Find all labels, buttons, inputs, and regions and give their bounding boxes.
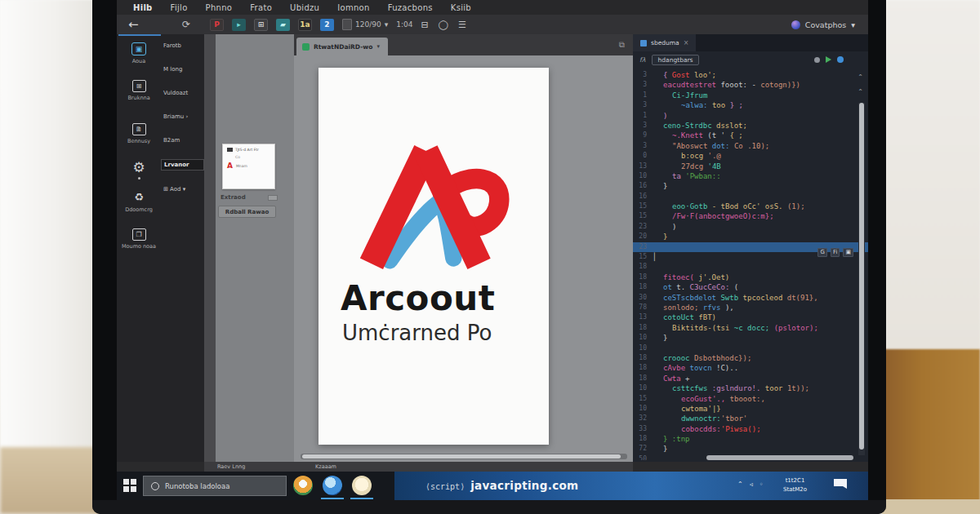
- sidebar-menu-item-4[interactable]: B2am: [161, 135, 204, 145]
- code-line[interactable]: 1Ci-Jfrum: [633, 91, 868, 100]
- menu-item-0[interactable]: Hilb: [133, 3, 153, 12]
- code-line[interactable]: 32dwwnoctr:'tbor': [633, 414, 868, 423]
- document-tab[interactable]: RtwatNDaiRD-wo ▾: [296, 38, 388, 55]
- code-line[interactable]: 23): [633, 222, 868, 232]
- grid-view-icon[interactable]: ⊞: [254, 19, 268, 31]
- code-vertical-scrollbar[interactable]: [858, 103, 865, 455]
- code-line[interactable]: 18ot t. C3ucCeCo: (: [633, 282, 868, 292]
- tray-icon-2[interactable]: ◦: [760, 481, 764, 488]
- code-line[interactable]: 13cotoUct fBT): [633, 312, 868, 322]
- sidebar-tool[interactable]: ❐Moumo noaa: [122, 228, 156, 250]
- taskbar-clock[interactable]: t1t2C1 StatM2o: [783, 476, 807, 494]
- menu-item-3[interactable]: Frato: [250, 3, 272, 12]
- circle-tool-icon[interactable]: ◯: [439, 20, 448, 30]
- app-icon-3[interactable]: [352, 476, 372, 495]
- code-line[interactable]: 1327dcg '4B: [633, 162, 868, 171]
- code-line[interactable]: 18fitoec( j'.Oet): [633, 273, 868, 282]
- code-line[interactable]: 10ta 'Pwban::: [633, 171, 868, 181]
- document-scale-control[interactable]: 120/90 ▾: [342, 19, 388, 30]
- account-menu[interactable]: Covatphos ▾: [791, 20, 855, 29]
- breadcrumb-chip[interactable]: hdangtbars: [652, 55, 700, 65]
- windows-start-icon[interactable]: [123, 479, 136, 492]
- code-line[interactable]: 18} :tnp: [633, 434, 868, 444]
- inline-icon[interactable]: Fi: [831, 248, 840, 257]
- code-line[interactable]: 10cwtoma'|}: [633, 404, 868, 414]
- sidebar-tool[interactable]: ▣Aoua: [131, 42, 146, 65]
- code-line[interactable]: 15ecoGust'., tbooot:,: [633, 394, 868, 404]
- browser-app-icon-1[interactable]: [293, 476, 313, 495]
- tray-icon-0[interactable]: ⌃: [737, 481, 743, 488]
- run-icon[interactable]: [826, 56, 831, 63]
- scroll-up-icon[interactable]: ⌃: [858, 73, 863, 81]
- table-icon[interactable]: ⊟: [421, 20, 428, 30]
- browser-app-icon-2[interactable]: [323, 476, 342, 495]
- gear-icon[interactable]: ⚙: [132, 159, 145, 175]
- code-line[interactable]: 16}: [633, 181, 868, 191]
- code-line[interactable]: 15eoo·Gotb - tBod oCc' osS. (1);: [633, 202, 868, 211]
- code-line[interactable]: 10}: [633, 333, 868, 343]
- record-icon[interactable]: [814, 57, 820, 63]
- code-line[interactable]: 33cobocdds:'Piwsa();: [633, 424, 868, 434]
- assets-folder-icon[interactable]: ▰: [276, 19, 290, 31]
- code-line[interactable]: 10: [633, 343, 868, 353]
- code-line[interactable]: 10csttcfws :gslnduro!. toor 1t));: [633, 383, 868, 393]
- code-line[interactable]: 30ceSTscbdelot Swtb tpcocleod dt(91},: [633, 293, 868, 303]
- field-value-box[interactable]: [268, 195, 278, 201]
- export-pdf-icon[interactable]: P: [210, 19, 224, 31]
- code-line[interactable]: 20}: [633, 232, 868, 241]
- list-options-icon[interactable]: ☰: [458, 20, 466, 30]
- sync-icon[interactable]: ⟳: [182, 19, 190, 30]
- menu-item-5[interactable]: Iomnon: [337, 3, 369, 12]
- code-content[interactable]: 3{ Gost loo';3eacudtestret fooot: - coto…: [633, 70, 868, 460]
- scrollbar-thumb[interactable]: [302, 454, 621, 459]
- code-scrollbar-thumb[interactable]: [859, 103, 864, 450]
- menu-item-7[interactable]: Ksiib: [451, 3, 471, 12]
- sidebar-menu-item-0[interactable]: Farotb: [161, 41, 204, 51]
- menu-item-2[interactable]: Phnno: [206, 3, 233, 12]
- menu-item-1[interactable]: Fijlo: [171, 3, 188, 12]
- sidebar-menu-item-1[interactable]: M long: [161, 64, 204, 74]
- code-line[interactable]: 18cAvbe tovcn !C)..: [633, 363, 868, 373]
- canvas-area[interactable]: Arcoout Umċrarned Po: [294, 55, 633, 462]
- code-line[interactable]: 78sonlodo; rfvs ),: [633, 303, 868, 312]
- menu-item-6[interactable]: Fuzacbons: [388, 3, 433, 12]
- code-line[interactable]: 18Biktitds-(tsi ~c docc; (pslotor);: [633, 323, 868, 333]
- artboard[interactable]: Arcoout Umċrarned Po: [318, 68, 549, 445]
- inline-icon[interactable]: ▣: [843, 248, 853, 257]
- panel-action-button[interactable]: Rdball Rawao: [218, 206, 276, 218]
- code-line[interactable]: 72}: [633, 444, 868, 454]
- taskbar-search-box[interactable]: Runotoba ladoloaa: [143, 476, 287, 496]
- open-folder-icon[interactable]: ▸: [232, 19, 246, 31]
- code-line[interactable]: 1): [633, 111, 868, 121]
- code-line[interactable]: 18: [633, 262, 868, 272]
- code-line[interactable]: 3eacudtestret fooot: - cotogn)}): [633, 80, 868, 90]
- editor-tab[interactable]: sbeduma ×: [633, 34, 696, 51]
- sidebar-menu-item-3[interactable]: Briamu ›: [161, 112, 204, 122]
- code-horizontal-scrollbar[interactable]: [706, 455, 853, 460]
- artwork-preview-card[interactable]: TJt5-d Art Ftr Co A Mnam: [222, 144, 275, 189]
- back-arrow-icon[interactable]: ←: [128, 17, 139, 32]
- close-icon[interactable]: ×: [684, 39, 689, 47]
- tool-2-icon[interactable]: 2: [320, 19, 334, 31]
- sidebar-tool[interactable]: ♻Ddoomcrg: [125, 189, 153, 214]
- code-line[interactable]: 15/Fw·F(anboctgwoeO)c:m};: [633, 211, 868, 221]
- code-line[interactable]: 3"Aboswct dot: Co .10);: [633, 141, 868, 151]
- code-line[interactable]: 3{ Gost loo';: [633, 70, 868, 80]
- canvas-horizontal-scrollbar[interactable]: [301, 454, 627, 459]
- sidebar-tool[interactable]: 🗎Bennusy: [127, 123, 150, 145]
- code-line[interactable]: 9~.Knett (t ' { ;: [633, 131, 868, 140]
- tray-icon-1[interactable]: ◃: [750, 481, 753, 488]
- code-line[interactable]: 18croooc Dsbotbhodc});: [633, 353, 868, 363]
- debug-icon[interactable]: [837, 56, 844, 63]
- code-line[interactable]: 3~alwa: too } ;: [633, 100, 868, 110]
- scroll-up-icon-2[interactable]: ⌃: [858, 88, 863, 95]
- sidebar-menu-item-6[interactable]: ⊞ Aod ▾: [161, 184, 204, 194]
- sidebar-tool[interactable]: ⊞Bruknna: [127, 80, 149, 102]
- layers-icon[interactable]: 1a: [298, 19, 312, 31]
- code-line[interactable]: 0b:ocg '.@: [633, 151, 868, 161]
- inline-icon[interactable]: G: [817, 248, 826, 257]
- code-line[interactable]: 16: [633, 192, 868, 202]
- sidebar-menu-item-2[interactable]: Vuldoazt: [161, 88, 204, 98]
- menu-item-4[interactable]: Ubidzu: [290, 3, 319, 12]
- sidebar-menu-item-5[interactable]: Lrvanor: [161, 159, 204, 171]
